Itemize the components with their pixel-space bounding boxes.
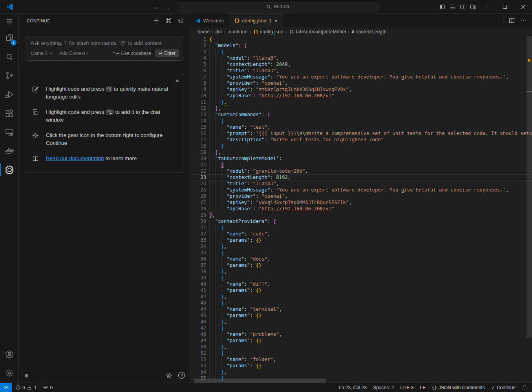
sidebar-item-search[interactable] [0,47,18,66]
code-line[interactable]: 52 "name": "folder", [190,356,532,363]
code-line[interactable]: 15 "name": "test", [190,124,532,130]
fullscreen-icon[interactable] [164,16,173,25]
code-line[interactable]: 38 }, [190,268,532,275]
code-line[interactable]: 35 { [190,250,532,256]
scrollbar-thumb[interactable] [527,36,532,337]
breadcrumb-item[interactable]: .continue [228,29,248,35]
breadcrumb-item[interactable]: #contextLength [352,29,387,35]
eol-status[interactable]: LF [417,383,429,392]
enter-button[interactable]: ↵ Enter [155,49,179,57]
code-line[interactable]: 37 "params": {} [190,262,532,268]
code-line[interactable]: 26 "provider": "openai", [190,193,532,199]
menu-icon[interactable] [0,14,18,29]
customize-layout-icon[interactable] [468,0,478,14]
code-line[interactable]: 43 { [190,300,532,306]
code-line[interactable]: 2 "models": [ [190,42,532,49]
code-line[interactable]: 49 "params": {} [190,337,532,344]
code-line[interactable]: 47 { [190,325,532,331]
breadcrumb-item[interactable]: {}tabAutocompleteModel [289,29,346,35]
code-line[interactable]: 24 "title": "llama3", [190,181,532,187]
sidebar-item-remote-explorer[interactable] [0,123,18,142]
breadcrumb-item[interactable]: home [197,29,210,35]
language-mode-status[interactable]: {} JSON with Comments [429,383,488,392]
code-line[interactable]: 7 "systemMessage": "You are an expert so… [190,74,532,80]
code-line[interactable]: 32 "name": "code", [190,231,532,237]
encoding-status[interactable]: UTF-8 [397,383,417,392]
code-line[interactable]: 30 "contextProviders": [ [190,218,532,224]
close-icon[interactable]: × [176,77,179,84]
code-line[interactable]: 18 } [190,143,532,149]
chat-input[interactable]: Ask anything, '/' for slash commands, '@… [25,36,184,61]
problems-status[interactable]: 0 1 [12,383,40,392]
documentation-link[interactable]: Read our documentation [46,155,104,161]
split-editor-icon[interactable] [509,18,515,24]
tab-welcome[interactable]: Welcome [190,14,229,27]
tab-config-json[interactable]: {} config.json 1 ● [229,14,282,27]
code-line[interactable]: 5 "contextLength": 2048, [190,61,532,67]
code-line[interactable]: 3 { [190,49,532,55]
code-line[interactable]: 22 "model": "granite-code:20b", [190,168,532,174]
toggle-panel-icon[interactable] [447,0,457,14]
notifications-bell[interactable] [519,383,532,392]
more-actions-icon[interactable]: ··· [520,17,527,24]
help-icon[interactable]: ? [178,372,185,379]
maximize-button[interactable] [496,0,514,14]
search-input[interactable]: Search [177,2,378,11]
account-icon[interactable] [0,345,18,364]
code-line[interactable]: 19 ], [190,149,532,155]
modified-dot-icon[interactable]: ● [275,19,277,23]
remote-indicator[interactable]: >< [0,383,12,392]
horizontal-scrollbar[interactable] [194,379,326,383]
code-line[interactable]: 51 { [190,350,532,356]
toggle-secondary-sidebar-icon[interactable] [457,0,468,14]
ports-status[interactable]: 0 [40,383,56,392]
code-line[interactable]: 45 "params": {} [190,312,532,319]
breadcrumb-item[interactable]: dio [216,29,222,35]
code-line[interactable]: 28 "apiBase": "http://192.168.86.208/v1" [190,206,532,212]
code-line[interactable]: 40 "name": "diff", [190,281,532,287]
sidebar-item-explorer[interactable]: 1 [0,29,18,47]
cursor-position-status[interactable]: Ln 23, Col 28 [336,383,370,392]
code-line[interactable]: 50 }, [190,344,532,350]
continue-status[interactable]: ✓ Continue [488,383,519,392]
nav-forward-icon[interactable]: → [165,4,170,10]
code-line[interactable]: 23 "contextLength": 8192, [190,174,532,181]
code-area[interactable]: 1{2 "models": [3 {4 "model": "llama3",5 … [190,36,532,383]
code-line[interactable]: 12 ], [190,105,532,111]
new-session-icon[interactable] [152,16,160,25]
code-line[interactable]: 14 { [190,118,532,124]
code-line[interactable]: 13 "customCommands": [ [190,111,532,118]
code-line[interactable]: 17 "description": "Write unit tests for … [190,137,532,143]
code-line[interactable]: 6 "title": "llama3", [190,67,532,74]
code-line[interactable]: 29}, [190,212,532,218]
code-line[interactable]: 42 }, [190,294,532,300]
code-line[interactable]: 10 "apiBase": "http://192.168.86.208/v1" [190,93,532,99]
code-line[interactable]: 34 }, [190,243,532,250]
code-line[interactable]: 54 }, [190,369,532,375]
code-line[interactable]: 39 { [190,275,532,281]
code-line[interactable]: 44 "name": "terminal", [190,306,532,312]
vertical-scrollbar[interactable] [527,36,532,383]
sidebar-item-extensions[interactable] [0,104,18,123]
toggle-primary-sidebar-icon[interactable] [437,0,447,14]
code-line[interactable]: 33 "params": {} [190,237,532,243]
add-context-button[interactable]: Add Context + [59,51,89,56]
code-line[interactable]: 46 }, [190,319,532,325]
sidebar-item-docker[interactable] [0,142,18,160]
code-line[interactable]: 36 "name": "docs", [190,256,532,262]
code-line[interactable]: 16 "prompt": "{{{ input }}}\n\nWrite a c… [190,130,532,137]
code-line[interactable]: 27 "apiKey": "yWvqi4SxrpTsoOMMA3TcBQucEE… [190,199,532,206]
code-line[interactable]: 53 "params": {} [190,363,532,369]
model-select[interactable]: Llama 3 [31,51,53,56]
minimize-button[interactable] [478,0,496,14]
code-line[interactable]: 25 "systemMessage": "You are an expert s… [190,187,532,193]
code-line[interactable]: 1{ [190,36,532,42]
code-line[interactable]: 31 { [190,224,532,231]
code-line[interactable]: 41 "params": {} [190,287,532,294]
code-line[interactable]: 48 "name": "problems", [190,331,532,337]
close-window-button[interactable] [514,0,532,14]
sidebar-item-run-and-debug[interactable] [0,85,18,104]
sidebar-item-continue[interactable] [0,160,18,179]
nav-back-icon[interactable]: ← [153,4,159,10]
indentation-status[interactable]: Spaces: 2 [370,383,397,392]
